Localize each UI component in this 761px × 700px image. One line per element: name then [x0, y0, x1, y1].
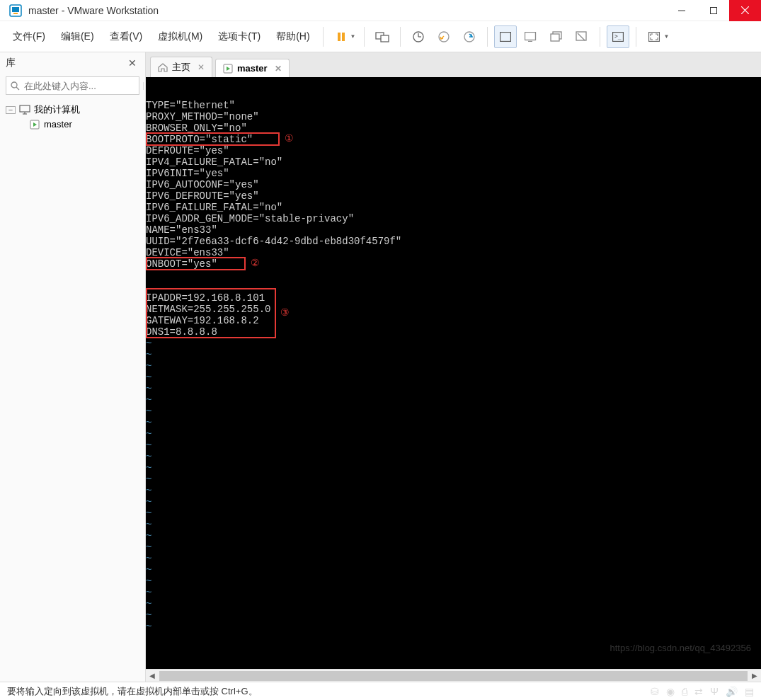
content-area: 主页 ✕ master ✕ TYPE="Ethernet"PROXY_METHO…	[146, 52, 761, 682]
printer-icon[interactable]: ⎙	[682, 686, 687, 697]
cd-icon[interactable]: ◉	[666, 686, 675, 697]
titlebar: master - VMware Workstation	[0, 0, 761, 21]
tab-master[interactable]: master ✕	[215, 59, 290, 77]
svg-rect-25	[649, 32, 660, 41]
usb-icon[interactable]: Ψ	[710, 686, 719, 697]
annotation-2: ②	[251, 257, 260, 268]
send-ctrl-alt-del-button[interactable]	[371, 25, 394, 48]
vm-running-icon	[28, 120, 41, 130]
svg-rect-16	[500, 32, 511, 41]
menu-tabs[interactable]: 选项卡(T)	[211, 28, 268, 46]
menu-icon[interactable]: ▤	[745, 686, 754, 697]
library-sidebar: 库 ✕ ▼ − 我的计算机 master	[0, 52, 146, 682]
svg-line-27	[16, 87, 19, 90]
svg-text:>_: >_	[614, 33, 622, 40]
svg-rect-20	[551, 34, 559, 41]
collapse-icon[interactable]: −	[6, 106, 16, 114]
maximize-button[interactable]	[697, 0, 729, 21]
library-tree: − 我的计算机 master	[0, 98, 145, 135]
view-console-button[interactable]	[520, 25, 542, 48]
svg-line-22	[578, 33, 585, 40]
app-icon	[8, 4, 23, 18]
menu-vm[interactable]: 虚拟机(M)	[151, 28, 210, 46]
annotation-3: ③	[280, 306, 290, 318]
minimize-button[interactable]	[665, 0, 697, 21]
watermark: https://blog.csdn.net/qq_43492356	[610, 643, 752, 653]
scroll-right[interactable]: ▶	[748, 672, 761, 679]
tree-root-my-computer[interactable]: − 我的计算机	[6, 102, 139, 117]
sidebar-header: 库 ✕	[0, 52, 145, 74]
status-message: 要将输入定向到该虚拟机，请在虚拟机内部单击或按 Ctrl+G。	[7, 685, 651, 698]
svg-rect-21	[576, 32, 586, 40]
scroll-thumb[interactable]	[159, 671, 748, 681]
annotation-1: ①	[285, 132, 294, 144]
svg-point-26	[11, 82, 17, 88]
svg-rect-4	[710, 7, 716, 13]
terminal-output: TYPE="Ethernet"PROXY_METHOD="none"BROWSE…	[146, 77, 761, 632]
fullscreen-dropdown[interactable]: ▼	[663, 33, 672, 40]
tab-home[interactable]: 主页 ✕	[150, 57, 212, 77]
svg-rect-7	[338, 33, 341, 41]
tab-home-close[interactable]: ✕	[198, 62, 205, 72]
sidebar-close-button[interactable]: ✕	[125, 57, 139, 69]
tree-item-label: master	[44, 119, 72, 130]
tab-master-label: master	[237, 63, 268, 74]
console-view-button[interactable]: >_	[607, 25, 629, 48]
horizontal-scrollbar[interactable]: ◀ ▶	[146, 669, 761, 682]
svg-rect-10	[381, 35, 389, 42]
view-multiple-button[interactable]	[545, 25, 568, 48]
snapshot-button[interactable]	[407, 25, 430, 48]
window-controls	[665, 0, 761, 21]
main-area: 库 ✕ ▼ − 我的计算机 master	[0, 52, 761, 682]
sidebar-title: 库	[6, 57, 125, 69]
svg-rect-2	[13, 13, 18, 14]
separator	[487, 27, 488, 47]
sound-icon[interactable]: 🔊	[726, 686, 738, 697]
separator	[636, 27, 636, 47]
vm-console[interactable]: TYPE="Ethernet"PROXY_METHOD="none"BROWSE…	[146, 77, 761, 669]
network-icon[interactable]: ⇄	[694, 686, 703, 697]
separator	[400, 27, 401, 47]
close-button[interactable]	[729, 0, 761, 21]
search-input[interactable]	[24, 81, 143, 91]
tab-home-label: 主页	[172, 61, 190, 74]
menu-help[interactable]: 帮助(H)	[269, 28, 316, 46]
menu-edit[interactable]: 编辑(E)	[54, 28, 101, 46]
computer-icon	[18, 105, 31, 115]
pause-button[interactable]	[330, 25, 353, 48]
separator	[600, 27, 600, 47]
separator	[323, 27, 324, 47]
snapshot-manager-button[interactable]	[458, 25, 481, 48]
home-icon	[158, 63, 168, 72]
tab-bar: 主页 ✕ master ✕	[146, 52, 761, 77]
svg-rect-1	[12, 7, 19, 12]
statusbar: 要将输入定向到该虚拟机，请在虚拟机内部单击或按 Ctrl+G。 ⛁ ◉ ⎙ ⇄ …	[0, 682, 761, 700]
window-title: master - VMware Workstation	[28, 5, 665, 16]
svg-rect-8	[342, 33, 345, 41]
scroll-left[interactable]: ◀	[146, 672, 159, 679]
unity-button[interactable]	[571, 25, 593, 48]
separator	[364, 27, 365, 47]
sidebar-search[interactable]: ▼	[6, 76, 139, 95]
tree-item-master[interactable]: master	[6, 117, 139, 131]
svg-rect-28	[20, 105, 30, 112]
status-icons: ⛁ ◉ ⎙ ⇄ Ψ 🔊 ▤	[651, 686, 754, 697]
svg-rect-17	[525, 32, 536, 40]
vm-running-icon	[223, 64, 233, 74]
menu-file[interactable]: 文件(F)	[6, 28, 52, 46]
revert-snapshot-button[interactable]	[433, 25, 455, 48]
menu-view[interactable]: 查看(V)	[103, 28, 150, 46]
menubar: 文件(F) 编辑(E) 查看(V) 虚拟机(M) 选项卡(T) 帮助(H) ▼ …	[0, 21, 761, 52]
scroll-track[interactable]	[159, 671, 748, 681]
tree-root-label: 我的计算机	[34, 103, 80, 116]
search-icon	[6, 81, 24, 91]
fullscreen-button[interactable]	[643, 25, 665, 48]
view-single-button[interactable]	[494, 25, 517, 48]
tab-master-close[interactable]: ✕	[275, 64, 282, 74]
pause-dropdown[interactable]: ▼	[350, 33, 359, 40]
disk-icon[interactable]: ⛁	[651, 686, 659, 697]
